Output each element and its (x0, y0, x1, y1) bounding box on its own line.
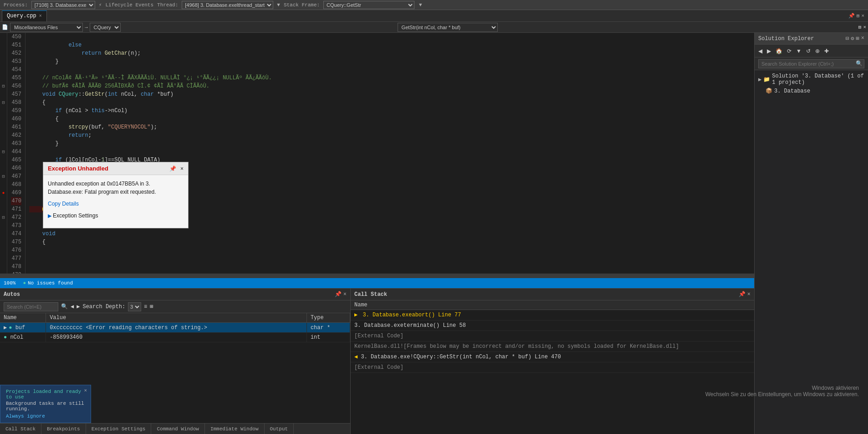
se-header: Solution Explorer ⊟ ⚙ ⊞ × (755, 33, 868, 45)
se-collapse-icon[interactable]: ⊟ (846, 35, 849, 42)
back-icon[interactable]: ◀ (71, 303, 74, 310)
callstack-cell: KernelBase.dll![Frames below may be inco… (351, 341, 754, 352)
gutter-464: ⊟ (0, 148, 7, 156)
pin-panel-icon[interactable]: 📌 (335, 291, 342, 298)
process-label: Process: (4, 2, 28, 8)
issues-icon: ● (23, 280, 26, 286)
callstack-row[interactable]: [External Code] (351, 362, 754, 373)
stack-frame-select[interactable]: CQuery::GetStr (323, 1, 414, 9)
autos-panel-header: Autos 📌 × (0, 289, 350, 300)
col-value: Value (46, 313, 307, 323)
autos-search-input[interactable] (4, 302, 58, 311)
tab-command-window[interactable]: Command Window (151, 424, 204, 434)
h-scrollbar[interactable] (0, 274, 754, 278)
gutter-470: ● (0, 189, 7, 197)
file-location-select[interactable]: Miscellaneous Files (10, 23, 83, 32)
tab-immediate-window[interactable]: Immediate Window (205, 424, 265, 434)
notification-title: Projects loaded and ready to use (6, 389, 85, 400)
search-depth-select[interactable]: 3 (128, 302, 141, 311)
gutter-462 (0, 131, 7, 140)
exception-pin-button[interactable]: 📌 (169, 165, 176, 172)
gutter-457 (0, 90, 7, 98)
callstack-row[interactable]: ◀ 3. Database.exe!CQuery::GetStr(int nCo… (351, 352, 754, 362)
callstack-row[interactable]: KernelBase.dll![Frames below may be inco… (351, 341, 754, 352)
class-location-select[interactable]: CQuery (90, 23, 121, 32)
gutter-466 (0, 164, 7, 172)
se-sync-button[interactable]: ⟳ (785, 47, 793, 55)
tab-query-cpp[interactable]: Query.cpp × (2, 10, 47, 21)
se-new-button[interactable]: ✚ (822, 47, 831, 55)
row-type: int (306, 333, 350, 342)
tab-exception-settings[interactable]: Exception Settings (86, 424, 152, 434)
se-refresh-button[interactable]: ↺ (804, 47, 812, 55)
exception-settings-expand[interactable]: ▶ (48, 213, 53, 218)
exception-header-controls: 📌 × (169, 165, 184, 172)
se-settings-icon[interactable]: ⚙ (851, 35, 854, 42)
se-expand-icon[interactable]: ⊞ (856, 35, 859, 42)
always-ignore-link[interactable]: Always ignore (6, 413, 45, 419)
close-icon[interactable]: × (863, 25, 866, 30)
side-gutter: ⊟ ⊟ ⊟ ⊟ ● ⊟ (0, 33, 7, 274)
options-icon[interactable]: ⊞ (150, 303, 153, 310)
stack-frame-icon: ▼ (419, 2, 422, 8)
callstack-cell: 3. Database.exeterminate() Line 58 (351, 320, 754, 331)
notification-close-button[interactable]: × (84, 388, 87, 393)
stack-frame-label: Stack Frame: (284, 2, 320, 8)
thread-select[interactable]: [4968] 3. Database.exelthread_start (182, 1, 273, 9)
callstack-row[interactable]: [External Code] (351, 331, 754, 341)
se-forward-button[interactable]: ▶ (765, 47, 773, 55)
tab-output[interactable]: Output (265, 424, 294, 434)
se-solution-item[interactable]: ▶ 📁 Solution '3. Database' (1 of 1 proje… (756, 72, 866, 87)
gutter-460 (0, 115, 7, 123)
table-row[interactable]: ▶● buf 0xcccccccc <Error reading charact… (0, 323, 350, 333)
callstack-cell: ◀ 3. Database.exe!CQuery::GetStr(int nCo… (351, 352, 754, 362)
close-callstack-icon[interactable]: × (747, 291, 751, 298)
se-home-button[interactable]: 🏠 (774, 47, 784, 55)
callstack-row[interactable]: ▶ 3. Database.exeabort() Line 77 (351, 310, 754, 320)
notification-body: Background tasks are still running. (6, 401, 85, 412)
table-row[interactable]: ● nCol -858993460 int (0, 333, 350, 342)
copy-details-link[interactable]: Copy Details (48, 201, 79, 207)
row-value: -858993460 (46, 333, 307, 342)
bottom-panels: Autos 📌 × 🔍 ◀ ▶ Search Depth: 3 ≡ (0, 288, 754, 434)
close-tab-icon[interactable]: × (861, 13, 864, 19)
se-back-button[interactable]: ◀ (756, 47, 764, 55)
exception-close-button[interactable]: × (180, 165, 184, 172)
row-type: char * (306, 323, 350, 333)
se-filter-button[interactable]: ▼ (794, 47, 803, 55)
gutter-472 (0, 205, 7, 213)
se-project-icon: 📦 (766, 88, 772, 94)
tab-close-button[interactable]: × (39, 14, 42, 19)
expand-icon2: ⊞ (858, 24, 862, 30)
status-bar: 100% ● No issues found (0, 278, 754, 288)
tab-breakpoints[interactable]: Breakpoints (41, 424, 86, 434)
row-name: ● nCol (0, 333, 46, 342)
se-close-icon[interactable]: × (861, 35, 864, 42)
file-icon: 📄 (2, 24, 8, 30)
exception-message: Unhandled exception at 0x0147BB5A in 3. … (48, 180, 184, 196)
code-editor[interactable]: ⊟ ⊟ ⊟ ⊟ ● ⊟ 450451452453 (0, 33, 754, 274)
callstack-panel: Call Stack 📌 × Name (351, 289, 754, 434)
close-panel-icon[interactable]: × (343, 291, 347, 298)
code-content[interactable]: else return GetChar(n); } // nColÃ¢ ÃÃ·¹… (26, 33, 754, 274)
exception-title: Exception Unhandled (48, 165, 108, 172)
callstack-panel-title: Call Stack (354, 291, 387, 298)
callstack-row[interactable]: 3. Database.exeterminate() Line 58 (351, 320, 754, 331)
gutter-461 (0, 123, 7, 131)
thread-label: Thread: (157, 2, 178, 8)
pin-callstack-icon[interactable]: 📌 (739, 291, 745, 298)
process-select[interactable]: [7108] 3. Database.exe (31, 1, 95, 9)
code-area: ⊟ ⊟ ⊟ ⊟ ● ⊟ 450451452453 (0, 33, 754, 434)
se-props-button[interactable]: ⊕ (813, 47, 822, 55)
tab-call-stack[interactable]: Call Stack (0, 424, 41, 434)
se-search-input[interactable] (758, 59, 864, 68)
method-location-select[interactable]: GetStr(int nCol, char * buf) (398, 23, 498, 32)
location-bar: 📄 Miscellaneous Files → CQuery GetStr(in… (0, 22, 868, 33)
callstack-cell: [External Code] (351, 362, 754, 373)
se-project-item[interactable]: 📦 3. Database (756, 87, 866, 95)
forward-icon[interactable]: ▶ (77, 303, 80, 310)
format-icon[interactable]: ≡ (144, 304, 147, 310)
gutter-453 (0, 57, 7, 66)
col-name: Name (0, 313, 46, 323)
main-area: ⊟ ⊟ ⊟ ⊟ ● ⊟ 450451452453 (0, 33, 868, 434)
